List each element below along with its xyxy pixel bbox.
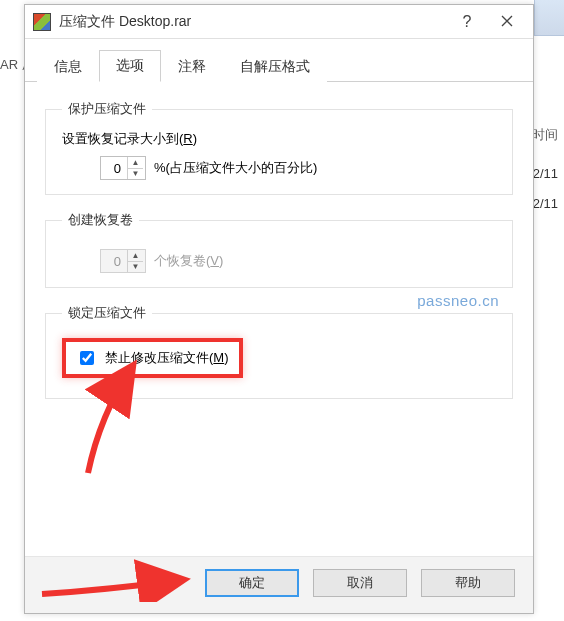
ok-button[interactable]: 确定	[205, 569, 299, 597]
button-bar: 确定 取消 帮助	[25, 556, 533, 613]
background-corner	[534, 0, 564, 36]
tab-row: 信息 选项 注释 自解压格式	[25, 39, 533, 82]
recovery-volume-legend: 创建恢复卷	[62, 211, 139, 229]
recovery-size-value: 0	[101, 161, 127, 176]
chevron-down-icon: ▼	[127, 261, 143, 273]
bg-date-1: 2/11	[533, 166, 558, 181]
lock-archive-checkbox[interactable]	[80, 351, 94, 365]
tab-content: 保护压缩文件 设置恢复记录大小到(R) 0 ▲ ▼ %(占压缩文件大小的百分比)…	[25, 82, 533, 556]
recovery-size-spinner[interactable]: 0 ▲ ▼	[100, 156, 146, 180]
recovery-size-label: 设置恢复记录大小到(R)	[62, 130, 496, 148]
close-icon	[501, 13, 513, 31]
spinner-buttons[interactable]: ▲ ▼	[127, 157, 143, 179]
lock-archive-label: 禁止修改压缩文件(M)	[105, 349, 229, 367]
help-button[interactable]: ?	[447, 7, 487, 37]
title-bar: 压缩文件 Desktop.rar ?	[25, 5, 533, 39]
recovery-volume-spinner: 0 ▲ ▼	[100, 249, 146, 273]
recovery-volume-value: 0	[101, 254, 127, 269]
archive-options-dialog: 压缩文件 Desktop.rar ? 信息 选项 注释 自解压格式 保护压缩文件…	[24, 4, 534, 614]
chevron-up-icon: ▲	[127, 250, 143, 261]
spinner-buttons-disabled: ▲ ▼	[127, 250, 143, 272]
help-button-bottom[interactable]: 帮助	[421, 569, 515, 597]
bg-date-2: 2/11	[533, 196, 558, 211]
lock-legend: 锁定压缩文件	[62, 304, 152, 322]
recovery-size-suffix: %(占压缩文件大小的百分比)	[154, 159, 317, 177]
tab-info[interactable]: 信息	[37, 51, 99, 82]
cancel-button[interactable]: 取消	[313, 569, 407, 597]
tab-sfx[interactable]: 自解压格式	[223, 51, 327, 82]
tab-options[interactable]: 选项	[99, 50, 161, 82]
recovery-volume-group: 创建恢复卷 0 ▲ ▼ 个恢复卷(V)	[45, 211, 513, 288]
lock-highlight-box: 禁止修改压缩文件(M)	[62, 338, 243, 378]
winrar-icon	[33, 13, 51, 31]
protect-group: 保护压缩文件 设置恢复记录大小到(R) 0 ▲ ▼ %(占压缩文件大小的百分比)	[45, 100, 513, 195]
close-button[interactable]	[487, 7, 527, 37]
recovery-volume-suffix: 个恢复卷(V)	[154, 252, 223, 270]
lock-group: 锁定压缩文件 禁止修改压缩文件(M)	[45, 304, 513, 399]
protect-legend: 保护压缩文件	[62, 100, 152, 118]
tab-comment[interactable]: 注释	[161, 51, 223, 82]
help-icon: ?	[463, 13, 472, 31]
window-title: 压缩文件 Desktop.rar	[59, 13, 447, 31]
watermark: passneo.cn	[417, 292, 499, 309]
bg-header-time: 时间	[532, 126, 558, 144]
chevron-down-icon[interactable]: ▼	[127, 168, 143, 180]
chevron-up-icon[interactable]: ▲	[127, 157, 143, 168]
